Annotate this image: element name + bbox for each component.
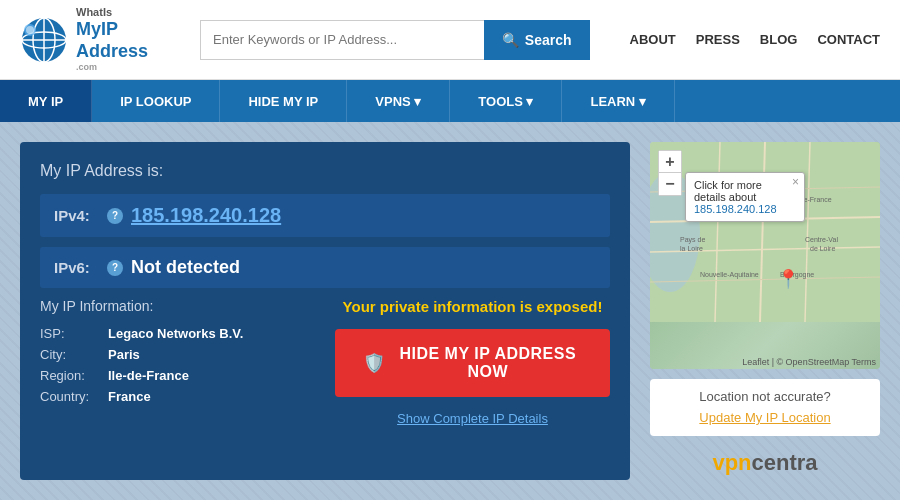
exposed-text: Your private information is exposed! [343, 298, 603, 315]
map-marker: 📍 [777, 268, 799, 290]
isp-row: ISP: Legaco Networks B.V. [40, 326, 315, 341]
region-key: Region: [40, 368, 100, 383]
svg-text:Centre-Val: Centre-Val [805, 236, 838, 243]
search-icon: 🔍 [502, 32, 519, 48]
nav-about[interactable]: ABOUT [630, 32, 676, 47]
ipv4-value: 185.198.240.128 [131, 204, 281, 227]
info-section: My IP Information: ISP: Legaco Networks … [40, 298, 610, 426]
ip-info-title: My IP Information: [40, 298, 315, 314]
nav-item-ip-lookup[interactable]: IP LOOKUP [92, 80, 220, 122]
nav-blog[interactable]: BLOG [760, 32, 798, 47]
nav-item-hide-my-ip[interactable]: HIDE MY IP [220, 80, 347, 122]
ipv6-help-icon[interactable]: ? [107, 260, 123, 276]
update-location-link[interactable]: Update My IP Location [699, 410, 830, 425]
ipv6-row: IPv6: ? Not detected [40, 247, 610, 288]
map-container: Normandie Ile-de-France Centre-Val de Lo… [650, 142, 880, 369]
svg-text:Nouvelle-Aquitaine: Nouvelle-Aquitaine [700, 271, 759, 279]
ipv4-row: IPv4: ? 185.198.240.128 [40, 194, 610, 237]
hide-ip-button-label: HIDE MY IP ADDRESS NOW [394, 345, 583, 381]
map-background: Normandie Ile-de-France Centre-Val de Lo… [650, 142, 880, 369]
ip-address-label: My IP Address is: [40, 162, 610, 180]
nav-contact[interactable]: CONTACT [817, 32, 880, 47]
svg-text:la Loire: la Loire [680, 245, 703, 252]
nav-item-tools[interactable]: TOOLS ▾ [450, 80, 562, 122]
globe-icon [20, 16, 68, 64]
logo-area: WhatIs MyIP Address .com [20, 6, 180, 73]
left-panel: My IP Address is: IPv4: ? 185.198.240.12… [20, 142, 630, 480]
map-zoom-out[interactable]: − [659, 173, 681, 195]
main-content: My IP Address is: IPv4: ? 185.198.240.12… [0, 122, 900, 500]
isp-val: Legaco Networks B.V. [108, 326, 243, 341]
search-button-label: Search [525, 32, 572, 48]
search-area: 🔍 Search [180, 20, 610, 60]
ipv4-help-icon[interactable]: ? [107, 208, 123, 224]
location-not-accurate-text: Location not accurate? [662, 389, 868, 404]
search-input[interactable] [200, 20, 484, 60]
country-row: Country: France [40, 389, 315, 404]
centra-text: centra [752, 450, 818, 475]
svg-text:Pays de: Pays de [680, 236, 705, 244]
popup-text: Click for more details about [694, 179, 796, 203]
location-box: Location not accurate? Update My IP Loca… [650, 379, 880, 436]
city-key: City: [40, 347, 100, 362]
map-zoom-in[interactable]: + [659, 151, 681, 173]
shield-icon: 🛡️ [363, 352, 386, 374]
nav-press[interactable]: PRESS [696, 32, 740, 47]
logo-text: WhatIs MyIP Address .com [76, 6, 148, 73]
logo-myip: MyIP [76, 19, 148, 41]
region-val: Ile-de-France [108, 368, 189, 383]
ipv6-version-label: IPv6: [54, 259, 99, 276]
header: WhatIs MyIP Address .com 🔍 Search ABOUT … [0, 0, 900, 80]
city-val: Paris [108, 347, 140, 362]
svg-text:de Loire: de Loire [810, 245, 835, 252]
nav-item-vpns[interactable]: VPNS ▾ [347, 80, 450, 122]
nav-item-learn[interactable]: LEARN ▾ [562, 80, 674, 122]
main-navbar: MY IP IP LOOKUP HIDE MY IP VPNS ▾ TOOLS … [0, 80, 900, 122]
svg-point-6 [26, 26, 34, 34]
ipv4-version-label: IPv4: [54, 207, 99, 224]
ip-info-box: My IP Information: ISP: Legaco Networks … [40, 298, 315, 426]
search-button[interactable]: 🔍 Search [484, 20, 590, 60]
show-details-link[interactable]: Show Complete IP Details [397, 411, 548, 426]
ipv6-value: Not detected [131, 257, 240, 278]
map-controls: + − [658, 150, 682, 196]
expose-box: Your private information is exposed! 🛡️ … [335, 298, 610, 426]
logo-com: .com [76, 62, 148, 73]
vpn-text: vpn [712, 450, 751, 475]
vpncentra-logo: vpncentra [650, 446, 880, 480]
logo-whatis: WhatIs [76, 6, 148, 19]
isp-key: ISP: [40, 326, 100, 341]
map-roads-svg: Normandie Ile-de-France Centre-Val de Lo… [650, 142, 880, 322]
map-popup: × Click for more details about 185.198.2… [685, 172, 805, 222]
country-key: Country: [40, 389, 100, 404]
map-credit: Leaflet | © OpenStreetMap Terms [742, 357, 876, 367]
country-val: France [108, 389, 151, 404]
right-panel: Normandie Ile-de-France Centre-Val de Lo… [650, 142, 880, 480]
region-row: Region: Ile-de-France [40, 368, 315, 383]
logo-address: Address [76, 41, 148, 63]
popup-close[interactable]: × [792, 175, 799, 189]
top-nav: ABOUT PRESS BLOG CONTACT [630, 32, 880, 47]
info-table: ISP: Legaco Networks B.V. City: Paris Re… [40, 326, 315, 404]
hide-ip-button[interactable]: 🛡️ HIDE MY IP ADDRESS NOW [335, 329, 610, 397]
city-row: City: Paris [40, 347, 315, 362]
nav-item-my-ip[interactable]: MY IP [0, 80, 92, 122]
popup-ip[interactable]: 185.198.240.128 [694, 203, 796, 215]
